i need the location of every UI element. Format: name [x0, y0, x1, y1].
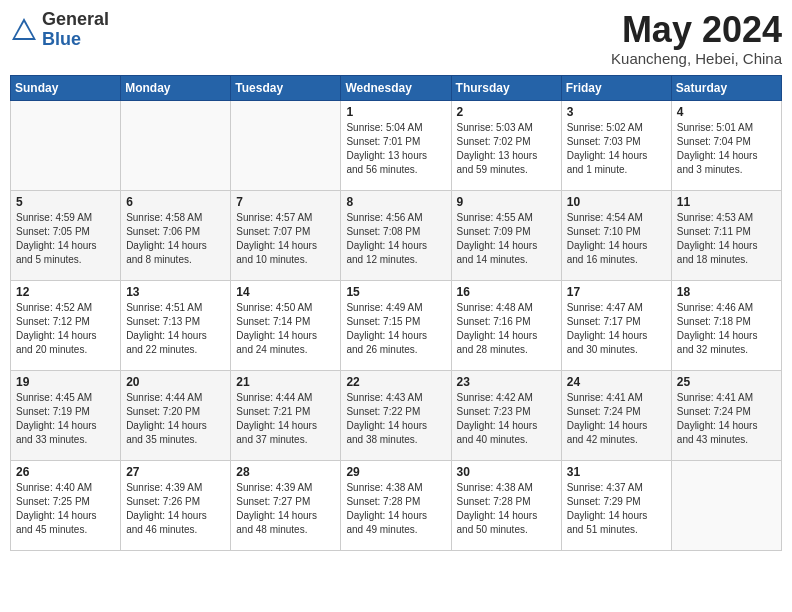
calendar-day-cell: 15Sunrise: 4:49 AMSunset: 7:15 PMDayligh…	[341, 280, 451, 370]
weekday-header: Sunday	[11, 75, 121, 100]
calendar-week-row: 12Sunrise: 4:52 AMSunset: 7:12 PMDayligh…	[11, 280, 782, 370]
calendar-day-cell: 18Sunrise: 4:46 AMSunset: 7:18 PMDayligh…	[671, 280, 781, 370]
day-info: Sunrise: 4:52 AMSunset: 7:12 PMDaylight:…	[16, 301, 115, 357]
day-info: Sunrise: 4:56 AMSunset: 7:08 PMDaylight:…	[346, 211, 445, 267]
calendar-day-cell: 26Sunrise: 4:40 AMSunset: 7:25 PMDayligh…	[11, 460, 121, 550]
calendar-day-cell: 7Sunrise: 4:57 AMSunset: 7:07 PMDaylight…	[231, 190, 341, 280]
day-info: Sunrise: 4:46 AMSunset: 7:18 PMDaylight:…	[677, 301, 776, 357]
calendar-day-cell: 25Sunrise: 4:41 AMSunset: 7:24 PMDayligh…	[671, 370, 781, 460]
calendar-day-cell: 22Sunrise: 4:43 AMSunset: 7:22 PMDayligh…	[341, 370, 451, 460]
day-info: Sunrise: 4:39 AMSunset: 7:26 PMDaylight:…	[126, 481, 225, 537]
calendar-week-row: 5Sunrise: 4:59 AMSunset: 7:05 PMDaylight…	[11, 190, 782, 280]
day-info: Sunrise: 5:01 AMSunset: 7:04 PMDaylight:…	[677, 121, 776, 177]
day-info: Sunrise: 4:53 AMSunset: 7:11 PMDaylight:…	[677, 211, 776, 267]
day-info: Sunrise: 4:37 AMSunset: 7:29 PMDaylight:…	[567, 481, 666, 537]
logo-blue-text: Blue	[42, 29, 81, 49]
day-number: 10	[567, 195, 666, 209]
day-info: Sunrise: 4:38 AMSunset: 7:28 PMDaylight:…	[346, 481, 445, 537]
calendar-day-cell: 1Sunrise: 5:04 AMSunset: 7:01 PMDaylight…	[341, 100, 451, 190]
calendar-day-cell: 17Sunrise: 4:47 AMSunset: 7:17 PMDayligh…	[561, 280, 671, 370]
day-info: Sunrise: 4:38 AMSunset: 7:28 PMDaylight:…	[457, 481, 556, 537]
day-number: 31	[567, 465, 666, 479]
day-number: 30	[457, 465, 556, 479]
day-info: Sunrise: 4:42 AMSunset: 7:23 PMDaylight:…	[457, 391, 556, 447]
day-number: 27	[126, 465, 225, 479]
calendar-day-cell: 10Sunrise: 4:54 AMSunset: 7:10 PMDayligh…	[561, 190, 671, 280]
calendar-day-cell: 8Sunrise: 4:56 AMSunset: 7:08 PMDaylight…	[341, 190, 451, 280]
calendar-day-cell: 31Sunrise: 4:37 AMSunset: 7:29 PMDayligh…	[561, 460, 671, 550]
calendar-day-cell: 28Sunrise: 4:39 AMSunset: 7:27 PMDayligh…	[231, 460, 341, 550]
calendar-day-cell: 11Sunrise: 4:53 AMSunset: 7:11 PMDayligh…	[671, 190, 781, 280]
calendar-week-row: 19Sunrise: 4:45 AMSunset: 7:19 PMDayligh…	[11, 370, 782, 460]
weekday-header: Tuesday	[231, 75, 341, 100]
day-number: 13	[126, 285, 225, 299]
calendar-day-cell: 13Sunrise: 4:51 AMSunset: 7:13 PMDayligh…	[121, 280, 231, 370]
weekday-header: Saturday	[671, 75, 781, 100]
day-info: Sunrise: 4:39 AMSunset: 7:27 PMDaylight:…	[236, 481, 335, 537]
day-info: Sunrise: 5:04 AMSunset: 7:01 PMDaylight:…	[346, 121, 445, 177]
day-number: 14	[236, 285, 335, 299]
day-number: 26	[16, 465, 115, 479]
location-subtitle: Kuancheng, Hebei, China	[611, 50, 782, 67]
day-number: 9	[457, 195, 556, 209]
calendar-table: SundayMondayTuesdayWednesdayThursdayFrid…	[10, 75, 782, 551]
month-title: May 2024	[611, 10, 782, 50]
day-info: Sunrise: 4:41 AMSunset: 7:24 PMDaylight:…	[567, 391, 666, 447]
calendar-day-cell: 30Sunrise: 4:38 AMSunset: 7:28 PMDayligh…	[451, 460, 561, 550]
day-number: 18	[677, 285, 776, 299]
day-info: Sunrise: 4:41 AMSunset: 7:24 PMDaylight:…	[677, 391, 776, 447]
day-number: 8	[346, 195, 445, 209]
weekday-header: Friday	[561, 75, 671, 100]
calendar-day-cell: 16Sunrise: 4:48 AMSunset: 7:16 PMDayligh…	[451, 280, 561, 370]
day-number: 12	[16, 285, 115, 299]
calendar-day-cell: 5Sunrise: 4:59 AMSunset: 7:05 PMDaylight…	[11, 190, 121, 280]
day-number: 19	[16, 375, 115, 389]
calendar-day-cell	[231, 100, 341, 190]
weekday-header: Monday	[121, 75, 231, 100]
weekday-header: Wednesday	[341, 75, 451, 100]
day-number: 5	[16, 195, 115, 209]
day-info: Sunrise: 4:40 AMSunset: 7:25 PMDaylight:…	[16, 481, 115, 537]
day-number: 23	[457, 375, 556, 389]
calendar-day-cell	[671, 460, 781, 550]
day-number: 22	[346, 375, 445, 389]
logo-text: General Blue	[42, 10, 109, 50]
calendar-day-cell: 21Sunrise: 4:44 AMSunset: 7:21 PMDayligh…	[231, 370, 341, 460]
day-info: Sunrise: 5:03 AMSunset: 7:02 PMDaylight:…	[457, 121, 556, 177]
day-info: Sunrise: 4:44 AMSunset: 7:21 PMDaylight:…	[236, 391, 335, 447]
day-info: Sunrise: 4:45 AMSunset: 7:19 PMDaylight:…	[16, 391, 115, 447]
day-info: Sunrise: 4:54 AMSunset: 7:10 PMDaylight:…	[567, 211, 666, 267]
calendar-day-cell: 20Sunrise: 4:44 AMSunset: 7:20 PMDayligh…	[121, 370, 231, 460]
calendar-week-row: 26Sunrise: 4:40 AMSunset: 7:25 PMDayligh…	[11, 460, 782, 550]
day-number: 6	[126, 195, 225, 209]
day-number: 4	[677, 105, 776, 119]
day-number: 28	[236, 465, 335, 479]
logo-general-text: General	[42, 9, 109, 29]
title-block: May 2024 Kuancheng, Hebei, China	[611, 10, 782, 67]
calendar-day-cell: 27Sunrise: 4:39 AMSunset: 7:26 PMDayligh…	[121, 460, 231, 550]
calendar-day-cell: 3Sunrise: 5:02 AMSunset: 7:03 PMDaylight…	[561, 100, 671, 190]
day-info: Sunrise: 4:43 AMSunset: 7:22 PMDaylight:…	[346, 391, 445, 447]
page-header: General Blue May 2024 Kuancheng, Hebei, …	[10, 10, 782, 67]
day-info: Sunrise: 4:59 AMSunset: 7:05 PMDaylight:…	[16, 211, 115, 267]
calendar-day-cell: 19Sunrise: 4:45 AMSunset: 7:19 PMDayligh…	[11, 370, 121, 460]
day-info: Sunrise: 4:57 AMSunset: 7:07 PMDaylight:…	[236, 211, 335, 267]
calendar-day-cell: 24Sunrise: 4:41 AMSunset: 7:24 PMDayligh…	[561, 370, 671, 460]
calendar-day-cell: 29Sunrise: 4:38 AMSunset: 7:28 PMDayligh…	[341, 460, 451, 550]
day-number: 16	[457, 285, 556, 299]
calendar-day-cell: 12Sunrise: 4:52 AMSunset: 7:12 PMDayligh…	[11, 280, 121, 370]
calendar-day-cell: 2Sunrise: 5:03 AMSunset: 7:02 PMDaylight…	[451, 100, 561, 190]
day-number: 2	[457, 105, 556, 119]
calendar-day-cell: 6Sunrise: 4:58 AMSunset: 7:06 PMDaylight…	[121, 190, 231, 280]
day-info: Sunrise: 4:44 AMSunset: 7:20 PMDaylight:…	[126, 391, 225, 447]
day-number: 20	[126, 375, 225, 389]
calendar-day-cell: 23Sunrise: 4:42 AMSunset: 7:23 PMDayligh…	[451, 370, 561, 460]
calendar-day-cell: 14Sunrise: 4:50 AMSunset: 7:14 PMDayligh…	[231, 280, 341, 370]
day-info: Sunrise: 4:55 AMSunset: 7:09 PMDaylight:…	[457, 211, 556, 267]
day-number: 24	[567, 375, 666, 389]
day-number: 25	[677, 375, 776, 389]
calendar-day-cell: 4Sunrise: 5:01 AMSunset: 7:04 PMDaylight…	[671, 100, 781, 190]
calendar-day-cell	[11, 100, 121, 190]
calendar-day-cell: 9Sunrise: 4:55 AMSunset: 7:09 PMDaylight…	[451, 190, 561, 280]
day-info: Sunrise: 5:02 AMSunset: 7:03 PMDaylight:…	[567, 121, 666, 177]
